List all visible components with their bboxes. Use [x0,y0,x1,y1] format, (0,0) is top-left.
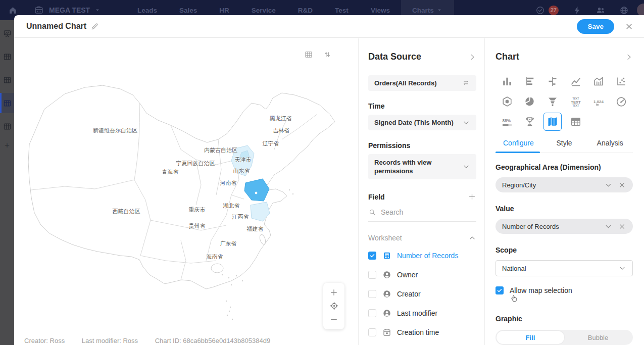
collapse-panel-icon[interactable] [625,53,633,61]
map-region-hainan[interactable] [211,264,223,273]
edit-title-icon[interactable] [90,22,99,31]
chevron-down-icon[interactable] [604,222,613,231]
field-label[interactable]: Creation time [397,328,439,336]
allow-map-selection-checkbox[interactable] [496,286,504,294]
zoom-in-icon[interactable] [329,288,338,297]
chart-type-pie-chart[interactable] [518,91,541,112]
add-field-icon[interactable] [468,192,476,201]
clear-icon[interactable] [618,222,626,231]
sort-icon[interactable] [323,50,332,59]
field-checkbox-checked[interactable] [368,252,376,260]
scope-select[interactable]: National [496,260,633,276]
chart-type-gauge-chart[interactable] [610,91,633,112]
source-selector[interactable]: Orders(All Records) [368,75,476,91]
map-province-label: 山东省 [233,167,250,175]
field-checkbox[interactable] [368,290,376,298]
collapse-panel-icon[interactable] [468,53,476,61]
field-search-input[interactable] [381,208,462,216]
field-label[interactable]: Number of Records [397,252,458,260]
pivot-table-chart-icon [570,116,582,128]
graphic-option-fill[interactable]: Fill [497,331,564,344]
field-label[interactable]: Last modifier [397,309,437,317]
chart-type-bidirectional-bar-chart[interactable] [541,71,564,91]
calc-icon [382,251,391,260]
chart-type-area-chart[interactable] [587,71,610,91]
worksheet-icon [3,99,12,108]
chart-editor-modal: Unnamed Chart Save [14,15,644,345]
worksheet-icon [3,122,12,131]
field-label[interactable]: Creator [397,290,421,298]
search-icon [368,208,376,216]
geo-area-value: Region/City [502,181,599,189]
collapse-worksheet-icon[interactable] [468,234,476,242]
chart-type-numeric-value-chart[interactable]: 1,024 [587,91,610,112]
field-checkbox[interactable] [368,271,376,279]
word-cloud-chart-icon: TEXTTEXTTEXT [570,95,582,108]
time-selector[interactable]: Signed Date (This Month) [368,115,476,130]
field-label[interactable]: Owner [397,271,418,279]
sidebar-add-icon[interactable]: + [5,140,10,151]
sidebar-item-sheet-1[interactable] [0,46,14,67]
sidebar-item-sheet-3-active[interactable] [0,93,14,113]
svg-text:88%: 88% [502,118,511,123]
map-chart-icon [547,116,559,128]
chart-type-funnel-chart[interactable] [541,91,564,112]
language-icon[interactable] [619,6,629,15]
members-icon[interactable] [596,5,606,15]
chart-type-radar-chart[interactable] [496,91,518,112]
chart-panel-title: Chart [496,52,519,62]
caret-down-icon [94,7,101,14]
automation-icon[interactable] [572,6,582,15]
field-checkbox[interactable] [368,328,376,336]
chart-type-map-chart-selected[interactable] [541,112,564,132]
sidebar-item-sheet-4[interactable] [0,116,14,136]
close-icon[interactable] [624,22,634,31]
chart-type-word-cloud-chart[interactable]: TEXTTEXTTEXT [564,91,587,112]
modal-header: Unnamed Chart Save [14,15,644,38]
app-switcher[interactable]: MEGA TEST [25,5,101,15]
chart-type-pivot-table-chart[interactable] [564,112,587,132]
tasks-icon[interactable] [535,6,545,15]
map-region-taiwan[interactable] [259,234,267,245]
sidebar-item-sheet-2[interactable] [0,70,14,90]
value-selector[interactable]: Number of Records [496,219,633,234]
value-value: Number of Records [502,223,599,230]
sidebar-item-dashboard[interactable] [0,23,14,43]
zoom-out-icon[interactable] [329,315,338,324]
tab-configure[interactable]: Configure [496,137,541,153]
field-checkbox[interactable] [368,309,376,317]
chart-type-ranking-chart[interactable] [518,112,541,132]
clear-icon[interactable] [618,181,626,189]
chart-type-progress-chart[interactable]: 88% [496,112,518,132]
chart-type-line-chart[interactable] [564,71,587,91]
map-preview[interactable]: 新疆维吾尔自治区黑龙江省吉林省辽宁省内蒙古自治区宁夏回族自治区青海省天津市山东省… [14,38,359,345]
swap-source-icon[interactable] [462,79,470,87]
chart-type-column-chart[interactable] [496,71,518,91]
home-icon[interactable] [8,6,18,15]
graphic-label: Graphic [496,315,633,323]
show-data-table-icon[interactable] [304,50,313,59]
permissions-selector[interactable]: Records with view permissions [368,154,476,179]
chart-type-scatter-plot[interactable] [610,71,633,91]
tab-analysis[interactable]: Analysis [587,137,633,153]
geo-area-selector[interactable]: Region/City [496,177,633,192]
map-region-zhejiang[interactable] [251,202,270,221]
save-button[interactable]: Save [577,19,614,34]
map-zoom-controls [323,283,344,329]
chevron-down-icon[interactable] [604,181,613,189]
scope-value: National [502,265,526,272]
china-map[interactable] [14,38,359,345]
left-sidebar: + [0,20,14,345]
line-chart-icon [570,75,582,87]
chevron-down-icon [462,163,470,171]
tab-style[interactable]: Style [541,137,587,153]
notification-badge: 27 [549,6,559,15]
person-icon [382,270,391,279]
chart-type-bar-chart[interactable] [518,71,541,91]
geo-area-label: Geographical Area (Dimension) [496,163,633,171]
locate-icon[interactable] [329,301,339,311]
svg-text:TEXT: TEXT [572,104,579,107]
graphic-option-bubble[interactable]: Bubble [564,331,632,344]
map-region-jiangsu-selected[interactable] [244,179,269,201]
worksheet-icon [3,53,12,61]
